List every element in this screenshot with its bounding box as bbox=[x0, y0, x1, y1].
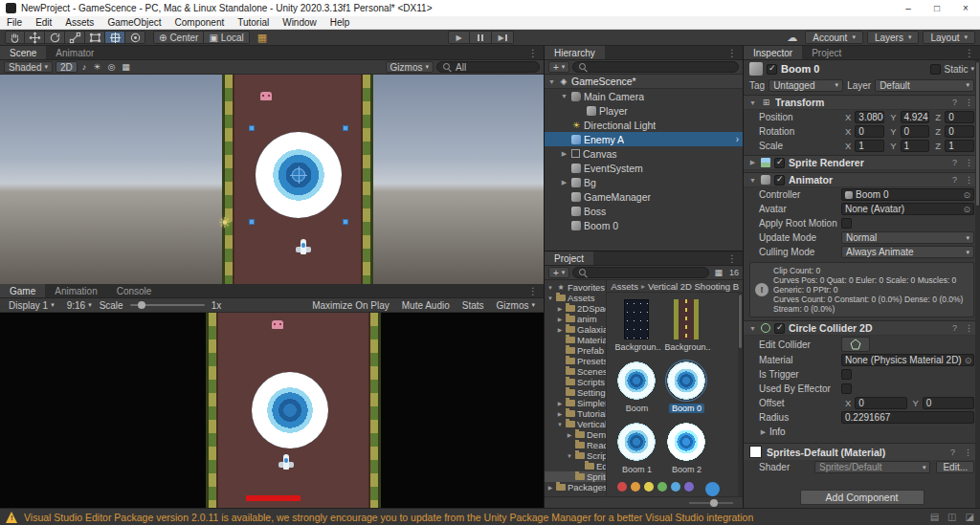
menu-component[interactable]: Component bbox=[168, 17, 232, 28]
hierarchy-item[interactable]: ▶ Bg bbox=[545, 175, 743, 189]
breadcrumb-root[interactable]: Assets bbox=[611, 281, 638, 292]
search-by-type-icon[interactable]: ▦ bbox=[712, 268, 724, 277]
asset-item[interactable]: Backgroun... bbox=[661, 296, 711, 358]
layout-dropdown[interactable]: Layout ▾ bbox=[923, 31, 975, 44]
transform-header[interactable]: ▼ ⊞ Transform ? ⋮ bbox=[744, 95, 980, 110]
scene-header-row[interactable]: ▼ ◈ GameScence* bbox=[545, 75, 743, 89]
rotation-y-field[interactable]: 0 bbox=[901, 125, 930, 138]
position-x-field[interactable]: 3.08009 bbox=[855, 111, 884, 123]
space-toggle-button[interactable]: ▣ Local bbox=[204, 31, 249, 44]
component-enabled-checkbox[interactable] bbox=[774, 175, 785, 186]
hierarchy-item[interactable]: ▶ Canvas bbox=[545, 146, 743, 161]
maximize-button[interactable]: □ bbox=[923, 0, 951, 16]
used-by-effector-checkbox[interactable] bbox=[841, 383, 852, 394]
rotation-x-field[interactable]: 0 bbox=[855, 125, 884, 138]
avatar-object-field[interactable]: None (Avatar) ⊙ bbox=[841, 203, 974, 215]
maximize-on-play-toggle[interactable]: Maximize On Play bbox=[307, 299, 394, 311]
close-button[interactable]: × bbox=[951, 0, 980, 16]
create-object-button[interactable]: + ▾ bbox=[548, 61, 569, 73]
breadcrumb-current[interactable]: Vertical 2D Shooting B bbox=[648, 281, 739, 292]
foldout-icon[interactable]: ▼ bbox=[566, 453, 573, 459]
transform-tool-icon[interactable] bbox=[105, 31, 125, 44]
foldout-icon[interactable]: ▶ bbox=[546, 484, 554, 491]
prefab-open-chevron-icon[interactable]: › bbox=[736, 134, 739, 144]
component-enabled-checkbox[interactable] bbox=[774, 158, 785, 168]
tab-animation[interactable]: Animation bbox=[45, 284, 106, 297]
foldout-icon[interactable]: ▼ bbox=[748, 99, 757, 106]
scale-slider-knob[interactable] bbox=[138, 301, 145, 309]
layers-dropdown[interactable]: Layers ▾ bbox=[867, 31, 920, 44]
effects-dropdown-icon[interactable]: ◎ bbox=[105, 62, 117, 72]
panel-menu-icon[interactable]: ⋮ bbox=[523, 46, 544, 59]
foldout-icon[interactable]: ▶ bbox=[759, 428, 768, 436]
hierarchy-item[interactable]: ▼ Main Camera bbox=[545, 89, 743, 103]
folder-item[interactable]: ▶ TutorialInfo bbox=[545, 408, 606, 419]
folder-item-selected[interactable]: Sprites bbox=[545, 471, 606, 482]
circle-collider-header[interactable]: ▼ Circle Collider 2D ? ⋮ bbox=[744, 320, 980, 336]
tab-animator[interactable]: Animator bbox=[46, 46, 103, 59]
thumbnail-zoom-knob[interactable] bbox=[710, 499, 718, 507]
inspector-scrollbar[interactable] bbox=[975, 60, 980, 508]
foldout-icon[interactable]: ▶ bbox=[556, 400, 564, 406]
foldout-icon[interactable]: ▶ bbox=[748, 159, 757, 166]
foldout-icon[interactable]: ▶ bbox=[556, 326, 564, 333]
scene-viewport[interactable]: ☀ bbox=[0, 75, 544, 284]
folder-item[interactable]: Presets bbox=[545, 356, 606, 366]
tab-project-secondary[interactable]: Project bbox=[802, 46, 851, 59]
foldout-icon[interactable]: ▶ bbox=[556, 316, 564, 322]
folder-item[interactable]: Prefab bbox=[545, 345, 606, 356]
foldout-icon[interactable]: ▶ bbox=[566, 431, 573, 438]
component-menu-icon[interactable]: ⋮ bbox=[962, 448, 974, 457]
add-component-button[interactable]: Add Component bbox=[800, 490, 924, 505]
player-ship-sprite[interactable] bbox=[296, 239, 311, 255]
rect-tool-icon[interactable] bbox=[85, 31, 105, 44]
custom-tool-icon[interactable] bbox=[125, 31, 145, 44]
foldout-icon[interactable]: ▼ bbox=[547, 78, 556, 85]
minimize-button[interactable]: – bbox=[894, 0, 923, 16]
grid-dropdown-icon[interactable]: ▦ bbox=[120, 62, 132, 72]
foldout-icon[interactable]: ▶ bbox=[556, 305, 564, 312]
foldout-icon[interactable]: ▶ bbox=[560, 179, 568, 186]
menu-tutorial[interactable]: Tutorial bbox=[231, 17, 276, 28]
collab-cloud-icon[interactable]: ☁ bbox=[783, 32, 801, 44]
object-picker-icon[interactable]: ⊙ bbox=[963, 205, 970, 214]
game-gizmos-dropdown[interactable]: Gizmos ▾ bbox=[492, 299, 540, 311]
material-header[interactable]: Sprites-Default (Material) ? ⋮ bbox=[744, 443, 980, 460]
foldout-icon[interactable]: ▶ bbox=[556, 410, 564, 417]
update-mode-dropdown[interactable]: Normal ▾ bbox=[841, 231, 974, 244]
asset-item[interactable]: Boom 2 bbox=[661, 419, 711, 480]
foldout-icon[interactable]: ▼ bbox=[546, 285, 554, 291]
audio-toggle-icon[interactable]: ♪ bbox=[80, 62, 89, 72]
scale-z-field[interactable]: 1 bbox=[945, 140, 974, 152]
hierarchy-item-selected[interactable]: Enemy A › bbox=[545, 132, 743, 146]
account-dropdown[interactable]: Account ▾ bbox=[805, 31, 863, 44]
static-checkbox[interactable] bbox=[930, 64, 941, 75]
status-bar[interactable]: Visual Studio Editor Package version 2.0… bbox=[0, 508, 980, 525]
favorites-item[interactable]: ▼ ★ Favorites bbox=[545, 282, 606, 293]
controller-object-field[interactable]: Boom 0 ⊙ bbox=[841, 188, 974, 201]
hierarchy-search-input[interactable] bbox=[572, 61, 739, 73]
game-viewport[interactable] bbox=[0, 313, 544, 508]
folder-item[interactable]: ▶ Demo bbox=[545, 429, 606, 440]
menu-file[interactable]: File bbox=[0, 17, 29, 28]
selection-handle[interactable] bbox=[343, 125, 348, 131]
pivot-toggle-button[interactable]: ⊕ Center bbox=[153, 31, 204, 44]
folder-item[interactable]: Scripts bbox=[545, 377, 606, 387]
object-picker-icon[interactable]: ⊙ bbox=[965, 356, 972, 365]
culling-mode-dropdown[interactable]: Always Animate ▾ bbox=[841, 246, 974, 258]
component-menu-icon[interactable]: ⋮ bbox=[963, 175, 975, 185]
asset-item[interactable]: Boom 1 bbox=[612, 419, 661, 480]
create-asset-button[interactable]: + ▾ bbox=[548, 267, 569, 278]
tab-project[interactable]: Project bbox=[545, 252, 593, 265]
asset-item[interactable]: Boom bbox=[612, 358, 661, 419]
folder-item[interactable]: ▶ Packages bbox=[545, 482, 606, 492]
menu-window[interactable]: Window bbox=[276, 17, 323, 28]
panel-menu-icon[interactable]: ⋮ bbox=[722, 46, 743, 59]
active-checkbox[interactable] bbox=[767, 64, 777, 75]
offset-x-field[interactable]: 0 bbox=[855, 397, 906, 409]
folder-item[interactable]: ▶ anim bbox=[545, 314, 606, 324]
animator-header[interactable]: ▼ Animator ? ⋮ bbox=[744, 172, 980, 187]
console-log-icon[interactable]: ▤ bbox=[930, 512, 939, 522]
progress-icon[interactable]: ◫ bbox=[947, 512, 956, 522]
component-menu-icon[interactable]: ⋮ bbox=[963, 158, 975, 167]
